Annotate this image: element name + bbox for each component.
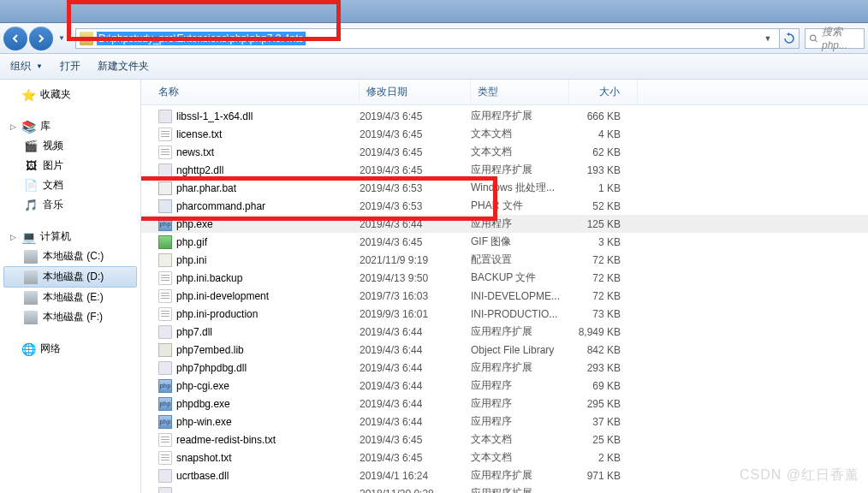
svg-point-0 <box>811 35 816 40</box>
file-row[interactable]: license.txt 2019/4/3 6:45 文本文档 4 KB <box>141 125 868 143</box>
disk-icon <box>24 291 38 305</box>
sidebar-item[interactable]: 🎵音乐 <box>0 195 140 215</box>
file-name: php7phpdbg.dll <box>176 362 247 374</box>
address-dropdown-icon[interactable]: ▼ <box>760 34 776 43</box>
file-size: 25 KB <box>569 434 638 446</box>
file-size: 4 KB <box>569 128 638 140</box>
organize-button[interactable]: 组织 ▼ <box>7 57 46 75</box>
file-date: 2019/4/3 6:45 <box>360 128 471 140</box>
file-size: 1 KB <box>569 182 638 194</box>
file-row[interactable]: phpphp-cgi.exe 2019/4/3 6:44 应用程序 69 KB <box>141 377 868 395</box>
file-row[interactable]: 2018/11/20 0:28 应用程序扩展 <box>141 484 868 493</box>
file-row[interactable]: phpphpdbg.exe 2019/4/3 6:44 应用程序 295 KB <box>141 395 868 413</box>
file-row[interactable]: news.txt 2019/4/3 6:45 文本文档 62 KB <box>141 143 868 161</box>
navigation-bar: ▼ D:\phpstudy_pro\Extensions\php\php7.3.… <box>0 23 868 54</box>
file-row[interactable]: libssl-1_1-x64.dll 2019/4/3 6:45 应用程序扩展 … <box>141 107 868 125</box>
sidebar-item[interactable]: 📄文档 <box>0 175 140 195</box>
file-icon <box>158 343 172 357</box>
collapse-icon <box>9 344 18 353</box>
file-date: 2021/11/9 9:19 <box>360 254 471 266</box>
disk-icon <box>24 270 38 284</box>
file-row[interactable]: php.ini 2021/11/9 9:19 配置设置 72 KB <box>141 251 868 269</box>
sidebar-drive-item[interactable]: 本地磁盘 (E:) <box>0 288 140 307</box>
file-type: 文本文档 <box>471 145 569 159</box>
file-type: GIF 图像 <box>471 235 569 249</box>
sidebar-libraries[interactable]: ▷ 📚 库 <box>0 116 140 136</box>
back-button[interactable] <box>3 27 27 50</box>
new-folder-button[interactable]: 新建文件夹 <box>94 57 152 75</box>
column-size[interactable]: 大小 <box>569 80 638 104</box>
sidebar-drive-item[interactable]: 本地磁盘 (F:) <box>0 307 140 327</box>
file-size: 72 KB <box>569 272 638 284</box>
sidebar-favorites[interactable]: ⭐ 收藏夹 <box>0 85 140 104</box>
file-name: license.txt <box>176 128 222 140</box>
expand-icon: ▷ <box>9 122 18 131</box>
file-name: pharcommand.phar <box>176 200 265 212</box>
file-row[interactable]: php7.dll 2019/4/3 6:44 应用程序扩展 8,949 KB <box>141 323 868 341</box>
file-size: 72 KB <box>569 254 638 266</box>
file-row[interactable]: snapshot.txt 2019/4/3 6:45 文本文档 2 KB <box>141 448 868 466</box>
file-size: 2 KB <box>569 452 638 464</box>
file-row[interactable]: php.gif 2019/4/3 6:45 GIF 图像 3 KB <box>141 233 868 251</box>
file-row[interactable]: php.ini-production 2019/9/3 16:01 INI-PR… <box>141 305 868 323</box>
file-list: libssl-1_1-x64.dll 2019/4/3 6:45 应用程序扩展 … <box>141 105 868 493</box>
file-size: 72 KB <box>569 290 638 302</box>
main-area: ⭐ 收藏夹 ▷ 📚 库 🎬视频🖼图片📄文档🎵音乐 ▷ 💻 计算机 本地磁盘 (C… <box>0 80 868 493</box>
sidebar-item[interactable]: 🎬视频 <box>0 136 140 156</box>
file-icon <box>158 163 172 177</box>
file-row[interactable]: phar.phar.bat 2019/4/3 6:53 Windows 批处理.… <box>141 179 868 197</box>
file-icon <box>158 253 172 267</box>
open-button[interactable]: 打开 <box>56 57 84 75</box>
file-icon <box>158 433 172 447</box>
file-row[interactable]: readme-redist-bins.txt 2019/4/3 6:45 文本文… <box>141 431 868 448</box>
file-name: phar.phar.bat <box>176 182 236 194</box>
file-row[interactable]: phpphp-win.exe 2019/4/3 6:44 应用程序 37 KB <box>141 413 868 431</box>
folder-icon <box>80 32 93 45</box>
file-row[interactable]: phpphp.exe 2019/4/3 6:44 应用程序 125 KB <box>141 215 868 233</box>
column-name[interactable]: 名称 <box>141 80 360 104</box>
refresh-button[interactable] <box>779 28 800 49</box>
file-icon <box>158 235 172 249</box>
file-name: readme-redist-bins.txt <box>176 434 276 446</box>
column-type[interactable]: 类型 <box>471 80 569 104</box>
file-date: 2019/4/3 6:44 <box>360 344 471 356</box>
file-type: 应用程序 <box>471 396 569 411</box>
file-icon <box>158 487 172 494</box>
file-type: 应用程序 <box>471 414 569 429</box>
expand-icon: ▷ <box>9 232 18 241</box>
file-date: 2019/4/3 6:44 <box>360 398 471 410</box>
library-icon: 📚 <box>21 120 35 134</box>
file-row[interactable]: php.ini.backup 2019/4/13 9:50 BACKUP 文件 … <box>141 269 868 287</box>
file-icon <box>158 307 172 321</box>
file-row[interactable]: pharcommand.phar 2019/4/3 6:53 PHAR 文件 5… <box>141 197 868 215</box>
file-date: 2019/4/3 6:45 <box>360 236 471 248</box>
file-name: news.txt <box>176 146 214 158</box>
nav-history-dropdown[interactable]: ▼ <box>55 30 68 47</box>
file-icon <box>158 469 172 483</box>
file-icon <box>158 181 172 195</box>
file-date: 2019/4/3 6:44 <box>360 362 471 374</box>
search-input[interactable]: 搜索 php... <box>805 28 865 49</box>
file-row[interactable]: php.ini-development 2019/7/3 16:03 INI-D… <box>141 287 868 305</box>
file-row[interactable]: php7embed.lib 2019/4/3 6:44 Object File … <box>141 341 868 359</box>
file-icon <box>158 199 172 213</box>
file-size: 295 KB <box>569 398 638 410</box>
sidebar-drive-item[interactable]: 本地磁盘 (D:) <box>3 266 137 288</box>
file-row[interactable]: php7phpdbg.dll 2019/4/3 6:44 应用程序扩展 293 … <box>141 359 868 377</box>
file-size: 125 KB <box>569 218 638 230</box>
file-icon <box>158 146 172 159</box>
file-row[interactable]: nghttp2.dll 2019/4/3 6:45 应用程序扩展 193 KB <box>141 161 868 179</box>
file-date: 2019/4/3 6:44 <box>360 326 471 338</box>
sidebar-network[interactable]: 🌐 网络 <box>0 339 140 359</box>
file-type: 应用程序扩展 <box>471 109 569 123</box>
address-bar[interactable]: D:\phpstudy_pro\Extensions\php\php7.3.4n… <box>75 28 780 49</box>
sidebar-item[interactable]: 🖼图片 <box>0 156 140 175</box>
sidebar-drive-item[interactable]: 本地磁盘 (C:) <box>0 246 140 266</box>
disk-icon <box>24 250 38 264</box>
sidebar-computer[interactable]: ▷ 💻 计算机 <box>0 227 140 246</box>
file-type: 配置设置 <box>471 252 569 267</box>
library-item-icon: 🎬 <box>24 140 38 153</box>
forward-button[interactable] <box>29 27 53 50</box>
chevron-down-icon: ▼ <box>36 62 43 70</box>
column-date[interactable]: 修改日期 <box>360 80 471 104</box>
